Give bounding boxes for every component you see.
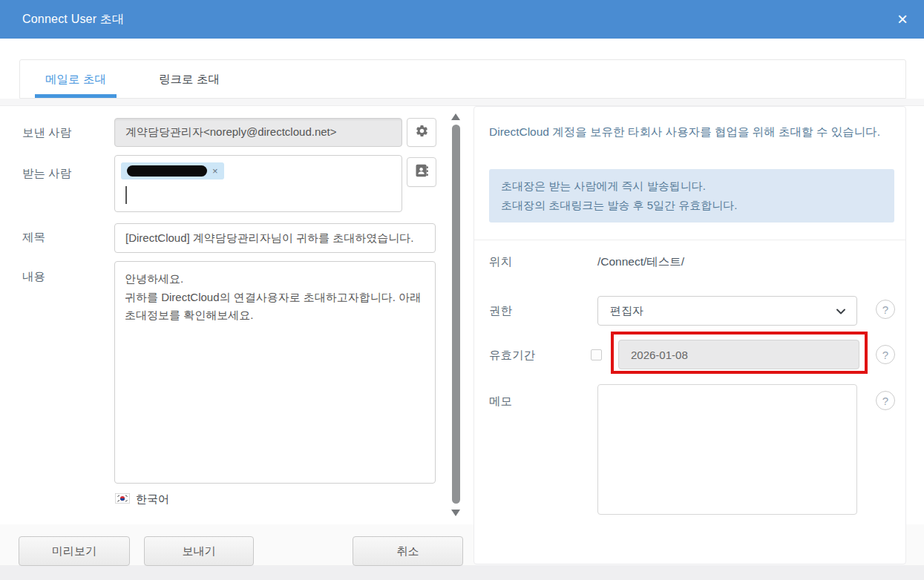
permission-label: 권한 <box>489 303 512 319</box>
notice-line-2: 초대장의 초대링크는 발송 후 5일간 유효합니다. <box>501 196 882 215</box>
location-value: /Connect/테스트/ <box>597 254 684 270</box>
permission-selected-option: 편집자 <box>610 304 643 318</box>
tab-bar: 메일로 초대 링크로 초대 <box>19 59 906 99</box>
active-tab-underline <box>35 94 117 98</box>
memo-label: 메모 <box>489 394 512 409</box>
modal-title: Connect User 초대 <box>22 0 124 39</box>
subject-label: 제목 <box>22 230 45 245</box>
preview-button[interactable]: 미리보기 <box>19 536 130 566</box>
modal-title-bar: Connect User 초대 × <box>0 0 924 39</box>
korea-flag-icon <box>115 493 130 506</box>
scrollbar-down-arrow[interactable] <box>451 510 460 516</box>
sender-settings-button[interactable] <box>407 118 436 147</box>
scrollbar-thumb[interactable] <box>452 125 460 504</box>
permission-help-icon[interactable]: ? <box>876 300 895 319</box>
body-textarea[interactable]: 안녕하세요. 귀하를 DirectCloud의 연결사용자로 초대하고자합니다.… <box>114 261 436 484</box>
chip-remove-icon[interactable]: × <box>212 166 218 176</box>
invite-modal: Connect User 초대 × 메일로 초대 링크로 초대 보낸 사람 계약… <box>0 0 924 580</box>
validity-help-icon[interactable]: ? <box>876 345 895 364</box>
panel-divider <box>474 240 905 240</box>
send-button[interactable]: 보내기 <box>144 536 254 566</box>
recipient-chip: × <box>121 162 224 179</box>
panel-description: DirectCloud 계정을 보유한 타회사 사용자를 협업을 위해 초대할 … <box>489 122 897 142</box>
address-book-button[interactable] <box>407 157 436 187</box>
memo-help-icon[interactable]: ? <box>876 391 895 410</box>
notice-line-1: 초대장은 받는 사람에게 즉시 발송됩니다. <box>501 177 882 196</box>
notice-box: 초대장은 받는 사람에게 즉시 발송됩니다. 초대장의 초대링크는 발송 후 5… <box>489 169 894 223</box>
section-divider-band <box>0 99 924 106</box>
page-background-strip <box>0 565 924 580</box>
validity-checkbox[interactable] <box>591 349 602 360</box>
validity-label: 유효기간 <box>489 348 535 363</box>
close-icon[interactable]: × <box>893 10 912 29</box>
permission-select[interactable]: 편집자 <box>597 296 857 326</box>
subject-field[interactable]: [DirectCloud] 계약담당관리자님이 귀하를 초대하였습니다. <box>114 223 436 253</box>
scrollbar-up-arrow[interactable] <box>451 113 460 120</box>
address-book-icon <box>414 163 429 181</box>
tab-invite-by-link[interactable]: 링크로 초대 <box>146 60 232 99</box>
invite-info-panel: DirectCloud 계정을 보유한 타회사 사용자를 협업을 위해 초대할 … <box>474 106 906 564</box>
cancel-button[interactable]: 취소 <box>353 536 463 566</box>
recipient-label: 받는 사람 <box>22 166 71 182</box>
language-row: 한국어 <box>115 492 169 507</box>
sender-field: 계약담당관리자<noreply@directcloud.net> <box>114 118 402 147</box>
language-label[interactable]: 한국어 <box>136 492 169 507</box>
recipient-field[interactable]: × <box>114 155 402 212</box>
chevron-down-icon <box>833 304 848 319</box>
location-label: 위치 <box>489 254 512 270</box>
sender-label: 보낸 사람 <box>22 125 71 141</box>
gear-icon <box>415 124 429 141</box>
validity-date-field[interactable]: 2026-01-08 <box>618 340 859 369</box>
memo-textarea[interactable] <box>597 384 857 515</box>
body-label: 내용 <box>22 269 45 285</box>
text-cursor <box>125 186 127 204</box>
redacted-email <box>127 165 207 177</box>
tab-invite-by-mail[interactable]: 메일로 초대 <box>35 60 117 99</box>
